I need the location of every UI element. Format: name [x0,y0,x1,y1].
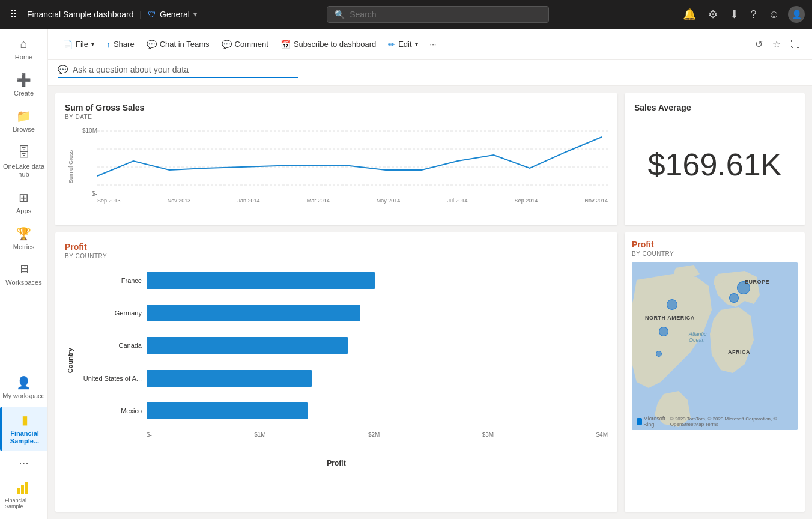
sidebar-workspaces-label: Workspaces [5,279,41,286]
file-button[interactable]: 📄 File ▾ [58,36,99,53]
feedback-icon[interactable]: ☺ [765,6,783,23]
nav-icons: 🔔 ⚙ ⬇ ? ☺ 👤 [679,5,805,23]
sidebar-item-create[interactable]: ➕ Create [0,67,47,103]
bar-label-mexico: Mexico [76,407,142,414]
download-icon[interactable]: ⬇ [726,5,742,23]
y-label-10m: $10M [79,127,97,134]
user-avatar[interactable]: 👤 [788,6,805,23]
myworkspace-icon: 👤 [16,375,31,390]
search-box[interactable]: 🔍 [327,6,549,23]
file-label: File [76,40,88,49]
chevron-down-icon[interactable]: ▾ [193,10,197,19]
sidebar-item-metrics[interactable]: 🏆 Metrics [0,220,47,256]
bing-label: Microsoft Bing [643,416,670,428]
apps-icon: ⊞ [19,190,29,205]
refresh-icon[interactable]: ↺ [753,36,765,52]
map-bubble-europe2 [729,293,739,303]
browse-icon: 📁 [16,109,31,123]
bar-label-usa: United States of A... [76,375,142,382]
nav-divider: | [139,10,142,19]
sidebar-onelake-label: OneLake data hub [2,163,45,178]
bar-fill-usa [147,370,312,387]
x-may-2014: May 2014 [377,198,401,204]
bar-y-axis-label: Country [67,348,74,373]
bar-fill-canada [147,337,348,354]
sidebar-financial-label: Financial Sample... [4,429,45,445]
qa-input[interactable]: 💬 Ask a question about your data [58,65,298,78]
x-label-2m: $2M [368,431,380,438]
powerbi-icon [16,479,32,496]
metrics-icon: 🏆 [16,226,31,241]
notification-icon[interactable]: 🔔 [679,5,700,23]
onelake-icon: 🗄 [17,145,31,160]
nav-dots-icon[interactable]: ⠿ [7,5,20,23]
line-chart-svg [97,125,608,194]
map-bubble-mexico [656,351,662,357]
gross-sales-card: Sum of Gross Sales BY DATE Sum of Gross … [55,93,617,225]
settings-icon[interactable]: ⚙ [704,5,721,23]
sidebar-browse-label: Browse [13,126,35,133]
sidebar-item-onelake[interactable]: 🗄 OneLake data hub [0,139,47,184]
x-nov-2013: Nov 2013 [168,198,191,204]
fullscreen-icon[interactable]: ⛶ [788,37,802,52]
x-axis-title: Profit [65,459,608,467]
toolbar: 📄 File ▾ ↑ Share 💬 Chat in Teams 💬 Comme… [48,29,812,60]
help-icon[interactable]: ? [747,6,760,23]
bar-row-canada: Canada [76,333,608,357]
content-area: 📄 File ▾ ↑ Share 💬 Chat in Teams 💬 Comme… [48,29,812,519]
more-button[interactable]: ··· [425,36,441,52]
bar-fill-mexico [147,402,308,419]
map-na-label: NORTH AMERICA [645,315,695,321]
map-eu-label: EUROPE [745,279,769,285]
bar-row-mexico: Mexico [76,399,608,423]
x-label-0: $- [147,431,152,438]
edit-label: Edit [398,40,411,49]
subscribe-button[interactable]: 📅 Subscribe to dashboard [276,36,381,53]
sidebar-item-workspaces[interactable]: 🖥 Workspaces [0,256,47,292]
profit-map-card: Profit BY COUNTRY [625,232,805,512]
sidebar-apps-label: Apps [16,207,31,214]
chat-in-teams-button[interactable]: 💬 Chat in Teams [142,36,214,53]
map-container: NORTH AMERICA EUROPE AFRICA AtlanticOcea… [632,262,798,430]
map-copyright: © 2023 TomTom, © 2023 Microsoft Corporat… [670,416,793,427]
sidebar-item-home[interactable]: ⌂ Home [0,31,47,67]
file-icon: 📄 [62,40,73,49]
qa-text: Ask a question about your data [73,65,189,74]
more-label: ··· [430,40,437,49]
share-button[interactable]: ↑ Share [102,36,139,53]
x-sep-2014: Sep 2014 [515,198,538,204]
favorite-icon[interactable]: ☆ [770,36,783,52]
map-africa-label: AFRICA [728,349,750,355]
gross-sales-subtitle: BY DATE [65,114,608,120]
bing-icon [637,418,642,425]
sidebar-item-financial[interactable]: ▮ Financial Sample... [0,407,47,451]
comment-label: Comment [235,40,268,49]
share-icon: ↑ [106,40,111,49]
search-container: 🔍 [204,6,672,23]
subscribe-icon: 📅 [280,40,291,49]
x-nov-2014: Nov 2014 [584,198,608,204]
bar-label-canada: Canada [76,342,142,349]
qa-bar: 💬 Ask a question about your data [48,60,812,86]
create-icon: ➕ [16,73,31,87]
comment-button[interactable]: 💬 Comment [217,36,273,53]
line-chart-container: Sum of Gross $10M $- [65,125,608,209]
sidebar-item-apps[interactable]: ⊞ Apps [0,184,47,220]
sidebar-home-label: Home [15,53,32,61]
edit-button[interactable]: ✏ Edit ▾ [383,36,422,53]
sidebar-create-label: Create [14,90,34,97]
avatar-icon: 👤 [792,10,802,19]
financial-icon: ▮ [22,413,28,427]
profit-bar-card: Profit BY COUNTRY Country France [55,232,617,512]
profit-map-title: Profit [632,240,798,249]
x-axis-labels: Sep 2013 Nov 2013 Jan 2014 Mar 2014 May … [97,198,608,204]
sidebar-more-icon[interactable]: ··· [14,451,34,475]
profit-bar-title: Profit [65,242,608,252]
sidebar-item-myworkspace[interactable]: 👤 My workspace [0,369,47,406]
x-jan-2014: Jan 2014 [237,198,259,204]
profit-bar-subtitle: BY COUNTRY [65,253,608,260]
search-input[interactable] [350,10,541,19]
sidebar-bottom: 👤 My workspace ▮ Financial Sample... ···… [0,369,47,519]
sidebar-item-browse[interactable]: 📁 Browse [0,103,47,139]
share-label: Share [114,40,135,49]
